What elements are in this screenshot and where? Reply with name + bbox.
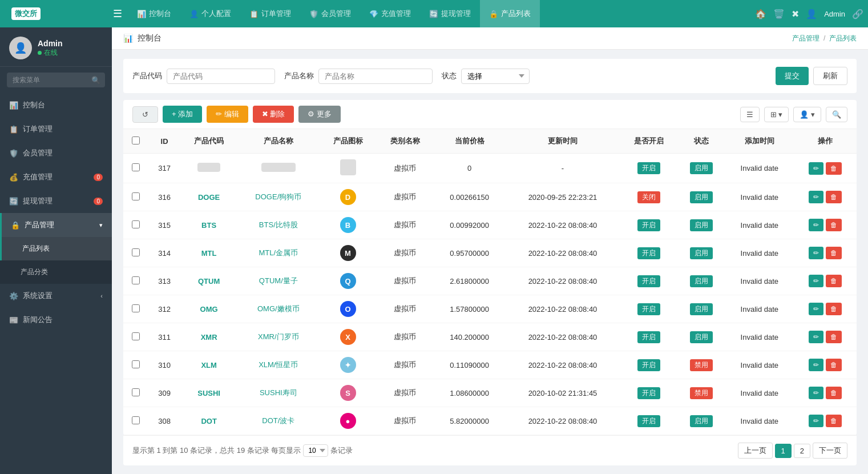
trash-icon[interactable]: 🗑️	[773, 9, 785, 19]
filter-status-select[interactable]: 选择 开启 关闭	[461, 69, 530, 84]
edit-row-button[interactable]: ✏	[809, 162, 823, 175]
enable-badge: 启用	[690, 331, 713, 343]
fullscreen-icon[interactable]: ✖	[792, 9, 799, 19]
search-table-button[interactable]: 🔍	[826, 107, 847, 122]
edit-row-button[interactable]: ✏	[809, 303, 823, 315]
more-button[interactable]: ⚙ 更多	[298, 106, 341, 123]
status-dot	[38, 51, 42, 55]
delete-row-button[interactable]: 🗑	[826, 247, 842, 259]
edit-row-button[interactable]: ✏	[809, 275, 823, 287]
delete-button[interactable]: ✖ 删除	[253, 106, 294, 123]
next-page-button[interactable]: 下一页	[813, 443, 847, 459]
cell-update-time: 2020-10-02 21:31:45	[505, 379, 620, 407]
view-column-button[interactable]: 👤 ▾	[793, 107, 821, 122]
filter-code-input[interactable]	[167, 69, 275, 84]
delete-row-button[interactable]: 🗑	[826, 331, 842, 343]
view-list-button[interactable]: ☰	[740, 107, 760, 122]
sidebar: 👤 Admin 在线 🔍 📊 控制台 📋 订单管理	[0, 27, 112, 474]
cell-add-time: Invalid date	[725, 211, 794, 239]
row-checkbox[interactable]	[132, 220, 140, 228]
row-checkbox[interactable]	[132, 388, 140, 396]
edit-row-button[interactable]: ✏	[809, 387, 823, 399]
sidebar-item-members[interactable]: 🛡️ 会员管理	[0, 141, 112, 165]
table-body: 317 虚拟币 0 - 开启 启用 Invalid date ✏ 🗑 316 D…	[123, 154, 857, 435]
edit-button[interactable]: ✏ 编辑	[207, 106, 248, 123]
delete-row-button[interactable]: 🗑	[826, 191, 842, 203]
cell-add-time: Invalid date	[725, 351, 794, 379]
sidebar-item-product-management[interactable]: 🔒 产品管理 ▾	[0, 213, 112, 237]
edit-row-button[interactable]: ✏	[809, 331, 823, 343]
filter-code: 产品代码	[132, 69, 275, 84]
topnav-item-products[interactable]: 🔒 产品列表	[480, 0, 540, 27]
sidebar-item-withdraw[interactable]: 🔄 提现管理 0	[0, 189, 112, 213]
row-checkbox[interactable]	[132, 416, 140, 424]
page-size-select[interactable]: 10 20 50	[303, 444, 328, 457]
cell-is-open: 开启	[620, 379, 677, 407]
topnav-item-orders[interactable]: 📋 订单管理	[240, 0, 300, 27]
cell-icon: X	[319, 323, 376, 351]
edit-row-button[interactable]: ✏	[809, 359, 823, 371]
sidebar-item-settings[interactable]: ⚙️ 系统设置 ‹	[0, 284, 112, 308]
delete-row-button[interactable]: 🗑	[826, 219, 842, 231]
col-is-open: 是否开启	[620, 129, 677, 154]
sidebar-item-dashboard[interactable]: 📊 控制台	[0, 93, 112, 117]
row-checkbox[interactable]	[132, 332, 140, 340]
delete-row-button[interactable]: 🗑	[826, 303, 842, 315]
edit-row-button[interactable]: ✏	[809, 415, 823, 427]
cell-price: 0.00992000	[434, 211, 505, 239]
view-grid-button[interactable]: ⊞ ▾	[764, 107, 789, 122]
select-all-checkbox[interactable]	[132, 136, 140, 144]
row-checkbox[interactable]	[132, 304, 140, 312]
topnav-item-withdraw[interactable]: 🔄 提现管理	[420, 0, 480, 27]
share-icon[interactable]: 🔗	[852, 9, 863, 19]
sidebar-item-product-category[interactable]: 产品分类	[0, 260, 112, 284]
page-2-button[interactable]: 2	[794, 444, 810, 458]
edit-row-button[interactable]: ✏	[809, 191, 823, 203]
filter-name-input[interactable]	[318, 69, 433, 84]
cell-checkbox	[123, 379, 148, 407]
delete-row-button[interactable]: 🗑	[826, 359, 842, 371]
home-icon[interactable]: 🏠	[755, 9, 766, 19]
edit-row-button[interactable]: ✏	[809, 219, 823, 231]
cell-code: DOGE	[180, 183, 237, 211]
refresh-button[interactable]: ↺	[132, 106, 158, 123]
topnav-item-members[interactable]: 🛡️ 会员管理	[300, 0, 360, 27]
reset-button[interactable]: 刷新	[813, 67, 847, 85]
topnav-item-recharge[interactable]: 💎 充值管理	[360, 0, 420, 27]
row-checkbox[interactable]	[132, 192, 140, 200]
row-checkbox[interactable]	[132, 360, 140, 368]
sidebar-item-news[interactable]: 📰 新闻公告	[0, 308, 112, 332]
row-checkbox[interactable]	[132, 248, 140, 256]
delete-row-button[interactable]: 🗑	[826, 387, 842, 399]
cell-status: 启用	[677, 323, 725, 351]
row-checkbox[interactable]	[132, 276, 140, 284]
open-badge: 开启	[637, 219, 660, 231]
cell-id: 314	[148, 239, 180, 267]
cell-price: 0.00266150	[434, 183, 505, 211]
cell-status: 启用	[677, 239, 725, 267]
content-area: 产品代码 产品名称 状态 选择 开启 关闭 提交 刷	[112, 50, 868, 474]
search-input[interactable]	[7, 73, 105, 87]
table-toolbar: ↺ + 添加 ✏ 编辑 ✖ 删除 ⚙ 更多 ☰ ⊞ ▾ 👤 ▾ 🔍	[123, 100, 857, 129]
add-button[interactable]: + 添加	[163, 106, 202, 123]
edit-row-button[interactable]: ✏	[809, 247, 823, 259]
table-row: 313 QTUM QTUM/量子 Q 虚拟币 2.61800000 2022-1…	[123, 267, 857, 295]
sidebar-item-recharge[interactable]: 💰 充值管理 0	[0, 165, 112, 189]
row-checkbox[interactable]	[132, 163, 140, 171]
delete-row-button[interactable]: 🗑	[826, 162, 842, 175]
user-info: Admin 在线	[38, 39, 63, 58]
topnav-item-profile[interactable]: 👤 个人配置	[180, 0, 240, 27]
cell-checkbox	[123, 183, 148, 211]
menu-toggle-icon[interactable]: ☰	[107, 7, 128, 20]
enable-badge: 启用	[690, 275, 713, 287]
delete-row-button[interactable]: 🗑	[826, 275, 842, 287]
product-name: DOGE/狗狗币	[255, 192, 301, 201]
prev-page-button[interactable]: 上一页	[738, 443, 773, 459]
submit-button[interactable]: 提交	[776, 67, 809, 85]
sidebar-item-orders[interactable]: 📋 订单管理	[0, 117, 112, 141]
table-row: 317 虚拟币 0 - 开启 启用 Invalid date ✏ 🗑	[123, 154, 857, 183]
delete-row-button[interactable]: 🗑	[826, 415, 842, 427]
sidebar-item-product-list[interactable]: 产品列表	[0, 237, 112, 260]
topnav-item-dashboard[interactable]: 📊 控制台	[128, 0, 180, 27]
page-1-button[interactable]: 1	[775, 444, 792, 458]
